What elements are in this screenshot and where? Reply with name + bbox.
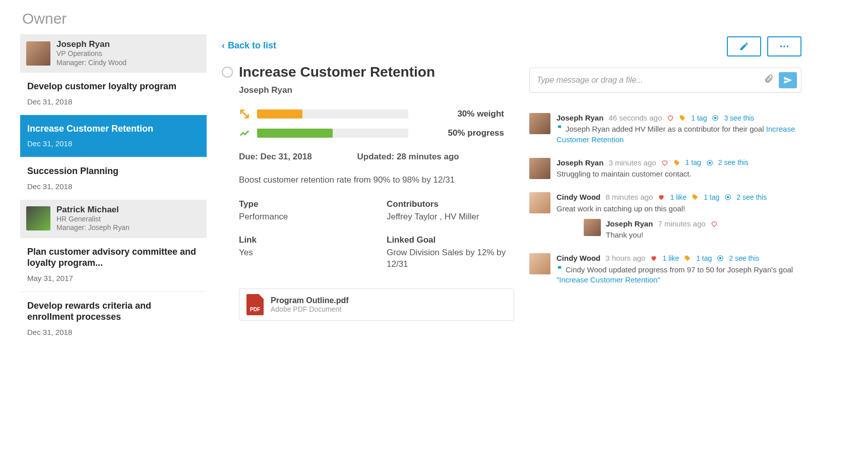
weight-label: 30% weight [457,109,514,119]
complete-circle-icon[interactable] [222,67,233,78]
attachment-name: Program Outline.pdf [271,296,349,305]
edit-button[interactable] [727,36,761,56]
flag-icon [556,125,564,133]
feed-time: 8 minutes ago [605,192,653,202]
goal-item[interactable]: Plan customer advisory committee and loy… [20,238,207,292]
owner-manager: Manager: Joseph Ryan [56,223,130,233]
owner-header[interactable]: Patrick Michael HR Generalist Manager: J… [20,200,207,238]
feed-author: Cindy Wood [556,192,600,202]
more-button[interactable] [767,36,801,56]
feed-text: Thank you! [606,230,801,240]
goal-item-title: Develop rewards criteria and enrollment … [27,300,200,323]
owner-name: Patrick Michael [56,205,130,215]
tag-count[interactable]: 1 tag [696,254,712,263]
goal-item[interactable]: Develop customer loyalty program Dec 31,… [20,72,207,115]
svg-point-8 [727,197,729,199]
avatar [529,158,550,179]
feed-text: Joseph Ryan added HV Miller as a contrib… [566,125,766,133]
heart-icon[interactable] [661,159,668,166]
svg-point-0 [780,45,782,47]
feed-text: Great work in catching up on this goal! [556,204,685,213]
tag-count[interactable]: 1 tag [686,158,701,167]
updated-time: Updated: 28 minutes ago [357,152,459,162]
svg-point-2 [787,45,789,47]
goal-item-date: May 31, 2017 [27,274,200,282]
goal-item[interactable]: Develop rewards criteria and enrollment … [20,292,207,345]
eye-icon[interactable] [706,159,713,166]
feed-author: Cindy Wood [556,253,600,263]
feed-link[interactable]: "Increase Customer Retention" [556,275,660,284]
progress-label: 50% progress [448,128,514,138]
goal-title: Increase Customer Retention [239,64,435,80]
contributors-value: Jeffrey Taylor , HV Miller [387,211,514,223]
activity-pane: Joseph Ryan 46 seconds ago1 tag3 see thi… [529,10,801,345]
back-to-list-link[interactable]: ‹ Back to list [222,40,276,51]
svg-point-10 [720,258,722,260]
goal-item[interactable]: Succession Planning Dec 31, 2018 [20,157,207,200]
goal-item-title: Develop customer loyalty program [27,81,200,92]
view-count[interactable]: 2 see this [736,193,767,202]
avatar [529,253,550,274]
linked-goal-value: Grow Division Sales by 12% by 12/31 [387,247,514,270]
feed-time: 7 minutes ago [658,219,705,229]
sidebar-title: Owner [20,10,207,27]
tag-icon[interactable] [679,114,686,122]
type-label: Type [239,199,366,209]
feed-time: 3 minutes ago [608,158,656,168]
svg-point-4 [715,117,717,119]
like-count[interactable]: 1 like [662,254,679,263]
goal-item-date: Dec 31, 2018 [27,97,200,106]
eye-icon[interactable] [717,255,724,262]
attachment-type: Adobe PDF Document [271,305,349,313]
owner-name: Joseph Ryan [56,39,127,49]
tag-icon[interactable] [684,255,691,262]
goal-item-title: Increase Customer Retention [27,123,200,135]
heart-icon[interactable] [667,114,674,122]
owner-title: VP Operations [56,49,127,59]
tag-count[interactable]: 1 tag [691,113,707,123]
progress-icon [239,128,250,139]
message-input[interactable] [537,76,759,85]
like-count[interactable]: 1 like [670,193,687,202]
tag-icon[interactable] [673,159,680,166]
eye-icon[interactable] [712,114,719,122]
heart-icon[interactable] [658,194,665,201]
tag-icon[interactable] [692,194,699,201]
link-label: Link [239,235,366,245]
view-count[interactable]: 2 see this [718,158,749,167]
feed-text: Struggling to maintain customer contact. [556,169,692,178]
svg-point-6 [709,162,711,164]
avatar [529,192,550,213]
attachment[interactable]: PDF Program Outline.pdf Adobe PDF Docume… [239,289,514,321]
progress-bar [257,129,408,138]
goal-detail: ‹ Back to list Increase Customer Retenti… [222,10,514,345]
goal-item-title: Plan customer advisory committee and loy… [27,246,200,269]
view-count[interactable]: 2 see this [729,254,759,263]
feed-author: Joseph Ryan [556,113,603,123]
goal-owner: Joseph Ryan [239,85,514,95]
weight-bar [257,109,408,119]
feed-time: 46 seconds ago [608,113,662,123]
avatar [26,41,50,66]
eye-icon[interactable] [724,194,731,201]
back-label: Back to list [228,40,276,51]
attach-icon[interactable] [764,74,774,87]
heart-icon[interactable] [711,220,718,227]
chevron-left-icon: ‹ [222,40,225,51]
goal-item[interactable]: Increase Customer Retention Dec 31, 2018 [20,115,207,157]
owner-header[interactable]: Joseph Ryan VP Operations Manager: Cindy… [20,34,207,72]
contributors-label: Contributors [387,199,514,209]
feed-author: Joseph Ryan [556,158,603,168]
goal-item-date: Dec 31, 2018 [27,182,200,191]
progress-row: 50% progress [239,128,514,139]
goal-description: Boost customer retention rate from 90% t… [239,175,514,185]
send-button[interactable] [779,72,797,88]
weight-row: 30% weight [239,108,514,120]
view-count[interactable]: 3 see this [724,113,754,123]
heart-icon[interactable] [650,255,657,262]
tag-count[interactable]: 1 tag [704,193,719,202]
feed-item: Cindy Wood 3 hours ago1 like1 tag2 see t… [529,253,801,285]
feed-item: Joseph Ryan 46 seconds ago1 tag3 see thi… [529,113,801,145]
link-value: Yes [239,247,366,259]
owner-title: HR Generalist [56,215,130,224]
